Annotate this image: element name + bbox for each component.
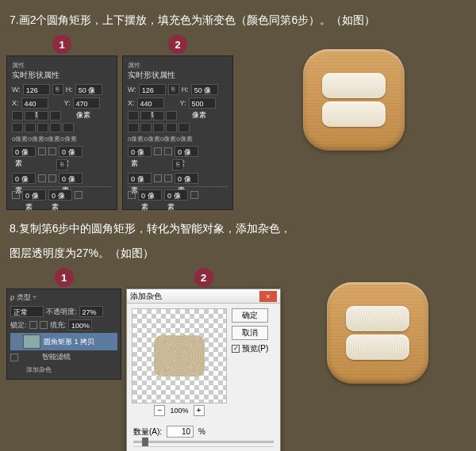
w-label: W: [128,86,136,94]
layers-kind-label: ρ 类型 ÷ [10,292,36,303]
corner-br-field[interactable]: 0 像素 [175,173,198,184]
amount-field[interactable]: 10 [167,426,194,438]
corner-icon [38,147,46,155]
align-icon[interactable] [178,123,190,132]
align-icon[interactable] [153,123,164,132]
step7-row: 1 属性 实时形状属性 W: 126 像素 ⎘ H: 50 像素 X: 440 … [6,35,470,210]
align-icon[interactable] [128,123,139,132]
corner-icon [48,174,56,182]
amount-slider[interactable] [133,441,274,443]
align-icon[interactable] [37,123,48,132]
stroke-swatch[interactable] [25,111,36,120]
corner-br-field[interactable]: 0 像素 [59,173,83,184]
fill-swatch[interactable] [128,111,139,120]
zoom-out-button[interactable]: − [154,405,165,416]
layers-panel: ρ 类型 ÷ 正常 不透明度: 27% 锁定: 填充: 100% [6,289,121,380]
h-label: H: [182,86,189,94]
rounded-rect-top [322,73,386,98]
shape-properties-panel-2: 属性 实时形状属性 W: 126 像素 ⎘ H: 50 像素 X: 440 像素… [122,55,233,210]
corner-tl-field[interactable]: 0 像素 [12,146,36,157]
align-icon[interactable] [12,123,23,132]
corner-icon [154,174,162,182]
cancel-button[interactable]: 取消 [232,326,268,340]
stroke-opt2-icon[interactable] [50,111,61,120]
lock-label: 锁定: [10,320,27,331]
align-icon[interactable] [140,123,152,132]
corner-tr-field[interactable]: 0 像素 [175,146,198,157]
corner-icon [164,174,172,182]
distribution-group: 分布 平均分布(U) 高斯分布(G) [133,446,274,451]
checkbox[interactable] [12,191,20,199]
zoom-in-button[interactable]: + [194,405,205,416]
num-field[interactable]: 0 像素 [138,189,162,201]
stroke-opt2-icon[interactable] [166,111,177,120]
badge-2a: 2 [168,35,187,54]
panel-title: 实时形状属性 [12,70,112,81]
noise-preview [132,308,227,403]
panel-tab: 属性 [12,61,112,70]
align-icon[interactable] [50,123,61,132]
panel-title: 实时形状属性 [128,70,228,81]
shape-properties-panel-1: 属性 实时形状属性 W: 126 像素 ⎘ H: 50 像素 X: 440 像素… [6,55,117,210]
result-icon-7 [238,35,470,151]
pct-label: % [198,427,205,436]
visibility-icon[interactable] [12,338,20,346]
num-field[interactable]: 0 像素 [164,189,188,201]
preview-checkbox[interactable] [232,345,240,353]
step7-text: 7.画2个圆角矩形，上下摆放，填充色为渐变色（颜色同第6步）。（如图） [10,11,470,29]
rounded-rect-bottom-noise [346,334,409,360]
fill-swatch[interactable] [12,111,23,120]
corner-bl-field[interactable]: 0 像素 [128,173,152,184]
close-icon[interactable]: × [259,291,277,302]
y-field[interactable]: 500 像素 [189,97,216,109]
smart-filter-label: 智能滤镜 [42,352,71,362]
corner-tr-field[interactable]: 0 像素 [59,146,83,157]
align-icon[interactable] [25,123,36,132]
opacity-label: 不透明度: [46,307,77,317]
corner-icon [48,147,56,155]
visibility-icon[interactable] [10,354,18,361]
layer-filter-row[interactable]: 添加杂色 [10,364,117,376]
align-icon[interactable] [166,123,177,132]
checkbox[interactable] [128,191,136,199]
layer-row-selected[interactable]: 圆角矩形 1 拷贝 [10,333,117,350]
corner-icon [154,147,162,155]
ok-button[interactable]: 确定 [232,308,268,323]
link-icon[interactable]: ⎘ [52,84,63,95]
x-field[interactable]: 440 像素 [21,97,48,109]
fill-field[interactable]: 100% [68,319,92,331]
x-field[interactable]: 440 像素 [137,97,164,109]
corner-bl-field[interactable]: 0 像素 [12,173,36,184]
link-icon[interactable]: ⎘ [168,84,179,95]
link-corners-icon[interactable]: ⎘ [172,159,183,170]
lock-icon[interactable] [40,321,48,329]
height-field[interactable]: 50 像素 [75,84,102,95]
badge-2b: 2 [194,268,213,287]
rounded-rect-top-noise [346,306,409,331]
height-field[interactable]: 50 像素 [191,84,218,95]
opacity-field[interactable]: 27% [79,306,103,317]
y-field[interactable]: 470 像素 [73,97,100,109]
blend-mode-select[interactable]: 正常 [10,306,44,317]
corner-icon [164,147,172,155]
fill-stroke-bar [128,111,228,120]
stroke-opt-icon[interactable] [153,111,164,120]
lock-icon[interactable] [29,321,37,329]
step8-row: 1 ρ 类型 ÷ 正常 不透明度: 27% 锁定: 填充: 100% [6,268,470,451]
align-bar [128,123,228,132]
corner-tl-field[interactable]: 0 像素 [128,146,152,157]
step8-text-2: 图层透明度为27%。（如图） [10,244,470,262]
y-label: Y: [180,99,186,107]
width-field[interactable]: 126 像素 [23,84,50,95]
num-field[interactable]: 0 像素 [22,189,46,201]
checkbox[interactable] [190,191,198,199]
layer-row[interactable]: 智能滤镜 [10,350,117,364]
width-field[interactable]: 126 像素 [139,84,166,95]
result-icon-8 [286,268,470,384]
link-corners-icon[interactable]: ⎘ [56,159,67,170]
align-icon[interactable] [63,123,74,132]
stroke-opt-icon[interactable] [37,111,48,120]
checkbox[interactable] [75,191,83,199]
num-field[interactable]: 0 像素 [48,189,72,201]
stroke-swatch[interactable] [140,111,152,120]
